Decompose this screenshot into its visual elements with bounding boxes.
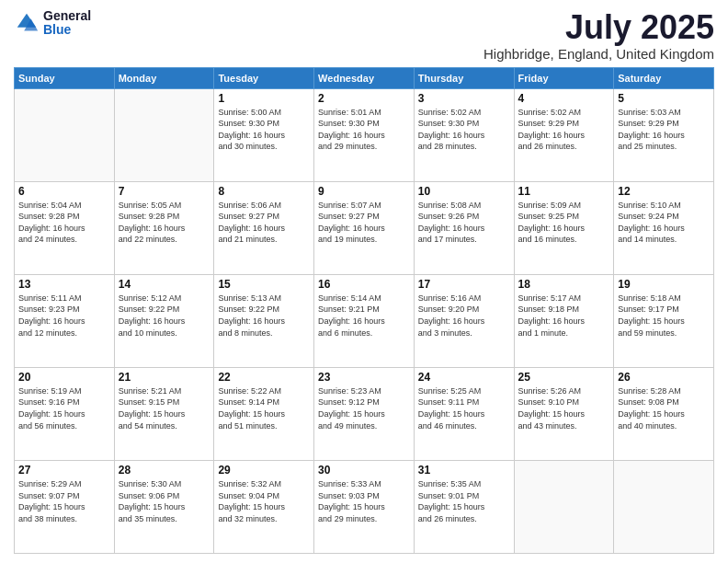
day-number: 16 <box>318 278 410 291</box>
day-info: Sunrise: 5:14 AM Sunset: 9:21 PM Dayligh… <box>318 293 410 339</box>
day-cell-27: 27Sunrise: 5:29 AM Sunset: 9:07 PM Dayli… <box>15 460 115 553</box>
day-number: 10 <box>418 185 510 198</box>
day-cell-4: 4Sunrise: 5:02 AM Sunset: 9:29 PM Daylig… <box>514 88 614 181</box>
weekday-header-wednesday: Wednesday <box>314 67 415 88</box>
day-number: 26 <box>618 371 710 384</box>
day-info: Sunrise: 5:05 AM Sunset: 9:28 PM Dayligh… <box>119 200 210 246</box>
day-info: Sunrise: 5:23 AM Sunset: 9:12 PM Dayligh… <box>318 385 410 431</box>
location: Highbridge, England, United Kingdom <box>483 46 714 62</box>
day-info: Sunrise: 5:03 AM Sunset: 9:29 PM Dayligh… <box>618 107 710 153</box>
day-number: 21 <box>119 371 210 384</box>
empty-cell <box>114 88 214 181</box>
weekday-header-thursday: Thursday <box>414 67 514 88</box>
day-number: 22 <box>218 371 310 384</box>
day-info: Sunrise: 5:28 AM Sunset: 9:08 PM Dayligh… <box>618 385 710 431</box>
day-cell-7: 7Sunrise: 5:05 AM Sunset: 9:28 PM Daylig… <box>114 181 214 274</box>
week-row-3: 13Sunrise: 5:11 AM Sunset: 9:23 PM Dayli… <box>15 274 714 367</box>
day-info: Sunrise: 5:16 AM Sunset: 9:20 PM Dayligh… <box>418 293 510 339</box>
empty-cell <box>614 460 714 553</box>
day-info: Sunrise: 5:25 AM Sunset: 9:11 PM Dayligh… <box>418 385 510 431</box>
day-number: 11 <box>518 185 610 198</box>
day-number: 18 <box>518 278 610 291</box>
day-number: 20 <box>18 371 110 384</box>
day-number: 6 <box>18 185 110 198</box>
day-info: Sunrise: 5:13 AM Sunset: 9:22 PM Dayligh… <box>218 293 310 339</box>
day-cell-10: 10Sunrise: 5:08 AM Sunset: 9:26 PM Dayli… <box>414 181 514 274</box>
day-info: Sunrise: 5:26 AM Sunset: 9:10 PM Dayligh… <box>518 385 610 431</box>
day-cell-5: 5Sunrise: 5:03 AM Sunset: 9:29 PM Daylig… <box>614 88 714 181</box>
month-title: July 2025 <box>483 9 714 46</box>
day-cell-12: 12Sunrise: 5:10 AM Sunset: 9:24 PM Dayli… <box>614 181 714 274</box>
weekday-header-sunday: Sunday <box>15 67 115 88</box>
day-cell-14: 14Sunrise: 5:12 AM Sunset: 9:22 PM Dayli… <box>114 274 214 367</box>
day-number: 9 <box>318 185 410 198</box>
day-number: 31 <box>418 464 510 477</box>
empty-cell <box>514 460 614 553</box>
day-cell-29: 29Sunrise: 5:32 AM Sunset: 9:04 PM Dayli… <box>214 460 314 553</box>
weekday-header-saturday: Saturday <box>614 67 714 88</box>
day-info: Sunrise: 5:29 AM Sunset: 9:07 PM Dayligh… <box>18 478 110 524</box>
day-info: Sunrise: 5:09 AM Sunset: 9:25 PM Dayligh… <box>518 200 610 246</box>
day-cell-11: 11Sunrise: 5:09 AM Sunset: 9:25 PM Dayli… <box>514 181 614 274</box>
day-info: Sunrise: 5:21 AM Sunset: 9:15 PM Dayligh… <box>119 385 210 431</box>
day-cell-25: 25Sunrise: 5:26 AM Sunset: 9:10 PM Dayli… <box>514 367 614 460</box>
day-info: Sunrise: 5:19 AM Sunset: 9:16 PM Dayligh… <box>18 385 110 431</box>
day-info: Sunrise: 5:04 AM Sunset: 9:28 PM Dayligh… <box>18 200 110 246</box>
day-cell-19: 19Sunrise: 5:18 AM Sunset: 9:17 PM Dayli… <box>614 274 714 367</box>
day-info: Sunrise: 5:32 AM Sunset: 9:04 PM Dayligh… <box>218 478 310 524</box>
logo-icon <box>14 10 40 36</box>
day-number: 1 <box>218 92 310 105</box>
day-cell-3: 3Sunrise: 5:02 AM Sunset: 9:30 PM Daylig… <box>414 88 514 181</box>
weekday-header-row: SundayMondayTuesdayWednesdayThursdayFrid… <box>15 67 714 88</box>
empty-cell <box>15 88 115 181</box>
day-cell-18: 18Sunrise: 5:17 AM Sunset: 9:18 PM Dayli… <box>514 274 614 367</box>
day-number: 5 <box>618 92 710 105</box>
logo: General Blue <box>14 9 91 38</box>
day-cell-2: 2Sunrise: 5:01 AM Sunset: 9:30 PM Daylig… <box>314 88 415 181</box>
day-cell-9: 9Sunrise: 5:07 AM Sunset: 9:27 PM Daylig… <box>314 181 415 274</box>
day-info: Sunrise: 5:22 AM Sunset: 9:14 PM Dayligh… <box>218 385 310 431</box>
title-block: July 2025 Highbridge, England, United Ki… <box>483 9 714 62</box>
day-info: Sunrise: 5:00 AM Sunset: 9:30 PM Dayligh… <box>218 107 310 153</box>
day-cell-17: 17Sunrise: 5:16 AM Sunset: 9:20 PM Dayli… <box>414 274 514 367</box>
logo-general: General <box>43 9 91 23</box>
day-number: 14 <box>119 278 210 291</box>
week-row-5: 27Sunrise: 5:29 AM Sunset: 9:07 PM Dayli… <box>15 460 714 553</box>
day-cell-31: 31Sunrise: 5:35 AM Sunset: 9:01 PM Dayli… <box>414 460 514 553</box>
day-number: 23 <box>318 371 410 384</box>
day-number: 29 <box>218 464 310 477</box>
weekday-header-friday: Friday <box>514 67 614 88</box>
day-info: Sunrise: 5:33 AM Sunset: 9:03 PM Dayligh… <box>318 478 410 524</box>
day-cell-8: 8Sunrise: 5:06 AM Sunset: 9:27 PM Daylig… <box>214 181 314 274</box>
logo-blue: Blue <box>43 23 91 37</box>
day-number: 12 <box>618 185 710 198</box>
day-number: 4 <box>518 92 610 105</box>
day-cell-23: 23Sunrise: 5:23 AM Sunset: 9:12 PM Dayli… <box>314 367 415 460</box>
day-number: 7 <box>119 185 210 198</box>
day-info: Sunrise: 5:07 AM Sunset: 9:27 PM Dayligh… <box>318 200 410 246</box>
day-info: Sunrise: 5:02 AM Sunset: 9:30 PM Dayligh… <box>418 107 510 153</box>
day-cell-21: 21Sunrise: 5:21 AM Sunset: 9:15 PM Dayli… <box>114 367 214 460</box>
header: General Blue July 2025 Highbridge, Engla… <box>14 9 714 62</box>
day-number: 28 <box>119 464 210 477</box>
page: General Blue July 2025 Highbridge, Engla… <box>0 0 728 563</box>
day-info: Sunrise: 5:30 AM Sunset: 9:06 PM Dayligh… <box>119 478 210 524</box>
day-info: Sunrise: 5:06 AM Sunset: 9:27 PM Dayligh… <box>218 200 310 246</box>
day-number: 2 <box>318 92 410 105</box>
week-row-2: 6Sunrise: 5:04 AM Sunset: 9:28 PM Daylig… <box>15 181 714 274</box>
day-info: Sunrise: 5:35 AM Sunset: 9:01 PM Dayligh… <box>418 478 510 524</box>
calendar-table: SundayMondayTuesdayWednesdayThursdayFrid… <box>14 67 714 554</box>
day-cell-1: 1Sunrise: 5:00 AM Sunset: 9:30 PM Daylig… <box>214 88 314 181</box>
day-cell-20: 20Sunrise: 5:19 AM Sunset: 9:16 PM Dayli… <box>15 367 115 460</box>
day-number: 15 <box>218 278 310 291</box>
weekday-header-tuesday: Tuesday <box>214 67 314 88</box>
day-cell-30: 30Sunrise: 5:33 AM Sunset: 9:03 PM Dayli… <box>314 460 415 553</box>
logo-text: General Blue <box>43 9 91 38</box>
day-number: 24 <box>418 371 510 384</box>
day-info: Sunrise: 5:12 AM Sunset: 9:22 PM Dayligh… <box>119 293 210 339</box>
day-info: Sunrise: 5:02 AM Sunset: 9:29 PM Dayligh… <box>518 107 610 153</box>
day-cell-6: 6Sunrise: 5:04 AM Sunset: 9:28 PM Daylig… <box>15 181 115 274</box>
day-number: 25 <box>518 371 610 384</box>
day-number: 8 <box>218 185 310 198</box>
day-number: 19 <box>618 278 710 291</box>
